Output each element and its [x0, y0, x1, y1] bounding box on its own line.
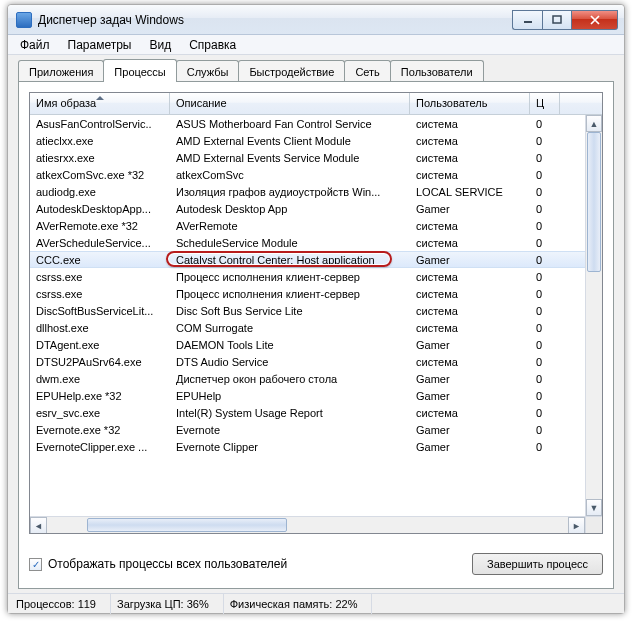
table-row[interactable]: EPUHelp.exe *32EPUHelpGamer0 — [30, 387, 585, 404]
table-row[interactable]: AutodeskDesktopApp...Autodesk Desktop Ap… — [30, 200, 585, 217]
cell-description: atkexComSvc — [170, 169, 410, 181]
cell-image-name: atieclxx.exe — [30, 135, 170, 147]
tab-applications[interactable]: Приложения — [18, 60, 104, 81]
tab-networking[interactable]: Сеть — [344, 60, 390, 81]
scroll-thumb-horizontal[interactable] — [87, 518, 287, 532]
cell-description: COM Surrogate — [170, 322, 410, 334]
cell-user: Gamer — [410, 339, 530, 351]
cell-image-name: AutodeskDesktopApp... — [30, 203, 170, 215]
cell-image-name: AsusFanControlServic.. — [30, 118, 170, 130]
listview-header: Имя образа Описание Пользователь Ц — [30, 93, 602, 115]
cell-user: Gamer — [410, 441, 530, 453]
menu-help[interactable]: Справка — [181, 36, 244, 54]
table-row[interactable]: Evernote.exe *32EvernoteGamer0 — [30, 421, 585, 438]
cell-cpu: 0 — [530, 186, 560, 198]
checkbox-icon: ✓ — [29, 558, 42, 571]
table-row[interactable]: csrss.exeПроцесс исполнения клиент-серве… — [30, 285, 585, 302]
column-description[interactable]: Описание — [170, 93, 410, 114]
cell-description: AVerRemote — [170, 220, 410, 232]
column-image-name[interactable]: Имя образа — [30, 93, 170, 114]
cell-cpu: 0 — [530, 356, 560, 368]
window-controls — [512, 10, 618, 30]
cell-description: ASUS Motherboard Fan Control Service — [170, 118, 410, 130]
cell-user: система — [410, 322, 530, 334]
cell-image-name: csrss.exe — [30, 288, 170, 300]
table-row[interactable]: DTSU2PAuSrv64.exeDTS Audio Serviceсистем… — [30, 353, 585, 370]
menu-options[interactable]: Параметры — [60, 36, 140, 54]
table-row[interactable]: esrv_svc.exeIntel(R) System Usage Report… — [30, 404, 585, 421]
scrollbar-corner — [585, 516, 602, 533]
cell-cpu: 0 — [530, 135, 560, 147]
svg-rect-1 — [553, 16, 561, 23]
horizontal-scrollbar[interactable]: ◄ ► — [30, 516, 585, 533]
cell-cpu: 0 — [530, 152, 560, 164]
table-row[interactable]: CCC.exeCatalyst Control Center: Host app… — [30, 251, 585, 268]
task-manager-window: Диспетчер задач Windows Файл Параметры В… — [7, 4, 625, 614]
process-listview[interactable]: Имя образа Описание Пользователь Ц AsusF… — [29, 92, 603, 534]
table-row[interactable]: audiodg.exeИзоляция графов аудиоустройст… — [30, 183, 585, 200]
table-row[interactable]: csrss.exeПроцесс исполнения клиент-серве… — [30, 268, 585, 285]
cell-image-name: dwm.exe — [30, 373, 170, 385]
cell-cpu: 0 — [530, 373, 560, 385]
scroll-thumb-vertical[interactable] — [587, 132, 601, 272]
cell-cpu: 0 — [530, 424, 560, 436]
tab-users[interactable]: Пользователи — [390, 60, 484, 81]
scroll-right-button[interactable]: ► — [568, 517, 585, 534]
table-row[interactable]: AVerScheduleService...ScheduleService Mo… — [30, 234, 585, 251]
table-row[interactable]: AsusFanControlServic..ASUS Motherboard F… — [30, 115, 585, 132]
scroll-track-vertical[interactable] — [586, 132, 602, 499]
status-memory: Физическая память: 22% — [224, 594, 373, 614]
tab-bar: Приложения Процессы Службы Быстродействи… — [18, 59, 614, 81]
tab-services[interactable]: Службы — [176, 60, 240, 81]
table-row[interactable]: dllhost.exeCOM Surrogateсистема0 — [30, 319, 585, 336]
cell-description: Autodesk Desktop App — [170, 203, 410, 215]
cell-description: Evernote — [170, 424, 410, 436]
cell-description: ScheduleService Module — [170, 237, 410, 249]
scroll-down-button[interactable]: ▼ — [586, 499, 602, 516]
minimize-button[interactable] — [512, 10, 542, 30]
status-process-count: Процессов: 119 — [16, 594, 111, 614]
table-row[interactable]: EvernoteClipper.exe ...Evernote ClipperG… — [30, 438, 585, 455]
cell-description: EPUHelp — [170, 390, 410, 402]
menu-view[interactable]: Вид — [141, 36, 179, 54]
cell-user: Gamer — [410, 390, 530, 402]
tab-processes[interactable]: Процессы — [103, 59, 176, 82]
table-row[interactable]: atkexComSvc.exe *32atkexComSvcсистема0 — [30, 166, 585, 183]
close-button[interactable] — [572, 10, 618, 30]
end-process-button[interactable]: Завершить процесс — [472, 553, 603, 575]
cell-user: система — [410, 169, 530, 181]
cell-image-name: esrv_svc.exe — [30, 407, 170, 419]
show-all-users-checkbox[interactable]: ✓ Отображать процессы всех пользователей — [29, 557, 287, 571]
column-user[interactable]: Пользователь — [410, 93, 530, 114]
cell-description: Evernote Clipper — [170, 441, 410, 453]
cell-image-name: CCC.exe — [30, 254, 170, 266]
menu-file[interactable]: Файл — [12, 36, 58, 54]
scroll-up-button[interactable]: ▲ — [586, 115, 602, 132]
column-cpu[interactable]: Ц — [530, 93, 560, 114]
cell-description: AMD External Events Service Module — [170, 152, 410, 164]
cell-description: Catalyst Control Center: Host applicatio… — [170, 254, 410, 266]
cell-user: система — [410, 118, 530, 130]
app-icon — [16, 12, 32, 28]
maximize-button[interactable] — [542, 10, 572, 30]
menu-bar: Файл Параметры Вид Справка — [8, 35, 624, 55]
table-row[interactable]: atieclxx.exeAMD External Events Client M… — [30, 132, 585, 149]
cell-user: Gamer — [410, 203, 530, 215]
title-bar[interactable]: Диспетчер задач Windows — [8, 5, 624, 35]
show-all-users-label: Отображать процессы всех пользователей — [48, 557, 287, 571]
scroll-left-button[interactable]: ◄ — [30, 517, 47, 534]
table-row[interactable]: DTAgent.exeDAEMON Tools LiteGamer0 — [30, 336, 585, 353]
cell-description: Intel(R) System Usage Report — [170, 407, 410, 419]
scroll-track-horizontal[interactable] — [47, 517, 568, 533]
table-row[interactable]: atiesrxx.exeAMD External Events Service … — [30, 149, 585, 166]
cell-image-name: AVerRemote.exe *32 — [30, 220, 170, 232]
cell-cpu: 0 — [530, 220, 560, 232]
cell-cpu: 0 — [530, 271, 560, 283]
cell-image-name: AVerScheduleService... — [30, 237, 170, 249]
table-row[interactable]: AVerRemote.exe *32AVerRemoteсистема0 — [30, 217, 585, 234]
table-row[interactable]: DiscSoftBusServiceLit...Disc Soft Bus Se… — [30, 302, 585, 319]
tab-performance[interactable]: Быстродействие — [238, 60, 345, 81]
vertical-scrollbar[interactable]: ▲ ▼ — [585, 115, 602, 516]
table-row[interactable]: dwm.exeДиспетчер окон рабочего столаGame… — [30, 370, 585, 387]
cell-user: система — [410, 305, 530, 317]
